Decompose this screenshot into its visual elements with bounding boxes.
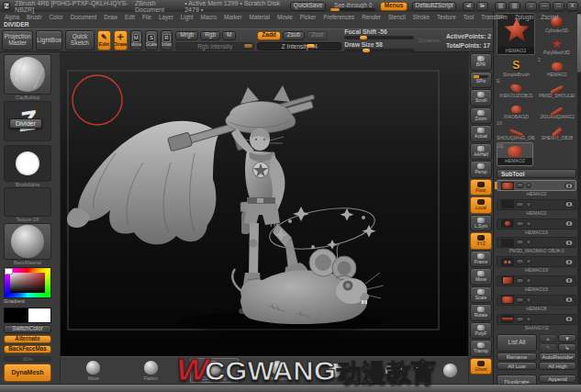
right-shelf-button[interactable]: Transp bbox=[470, 340, 492, 357]
tool-item[interactable]: 19 SHOUQIANG_OB. bbox=[497, 120, 536, 140]
close-icon[interactable]: X bbox=[566, 2, 578, 11]
quick-sketch-button[interactable]: Quick Sketch bbox=[65, 30, 95, 50]
tool-item[interactable]: SHENTI_OBJ8 bbox=[538, 120, 576, 140]
right-shelf-button[interactable]: Scroll bbox=[470, 89, 492, 106]
m-button[interactable]: M bbox=[222, 31, 236, 40]
tool-item[interactable]: 2 HEMAO2 bbox=[538, 57, 576, 77]
lightbox-button[interactable]: LightBox bbox=[36, 30, 62, 50]
subtool-row[interactable]: HEMAO19 bbox=[497, 256, 576, 274]
menu-item[interactable]: Edit bbox=[125, 14, 135, 20]
quicksave-button[interactable]: QuickSave bbox=[290, 2, 326, 11]
mrgb-button[interactable]: Mrgb bbox=[175, 31, 198, 40]
main-color-swatch[interactable] bbox=[4, 308, 28, 323]
polypaint-toggle-icon[interactable] bbox=[516, 317, 524, 322]
menu-item[interactable]: Layer bbox=[159, 14, 173, 20]
right-shelf-button[interactable]: Ghost bbox=[470, 358, 492, 375]
subtool-row[interactable]: HEMAO2 bbox=[497, 180, 576, 198]
uv-toggle-icon[interactable] bbox=[526, 259, 531, 264]
subtool-row[interactable]: SHANGYI2 bbox=[497, 314, 576, 332]
right-shelf-button[interactable]: PolyF bbox=[470, 322, 492, 340]
right-shelf-button[interactable]: Actual bbox=[470, 125, 492, 142]
right-shelf-button[interactable]: Persp bbox=[470, 161, 492, 178]
right-shelf-button[interactable]: L.Sym bbox=[470, 215, 492, 232]
right-shelf-button[interactable]: Rotate bbox=[470, 304, 492, 321]
uv-toggle-icon[interactable] bbox=[526, 317, 531, 322]
all-high-button[interactable]: All High bbox=[539, 362, 576, 370]
menu-item[interactable]: Tool bbox=[464, 14, 475, 20]
subtool-row[interactable]: HEMAO15 bbox=[497, 275, 576, 294]
menus-toggle-button[interactable]: Menus bbox=[380, 2, 408, 11]
uv-toggle-icon[interactable] bbox=[526, 240, 531, 245]
restore-icon[interactable]: □ bbox=[553, 2, 564, 11]
current-alpha-thumbnail[interactable] bbox=[4, 145, 51, 182]
default-zscript-button[interactable]: DefaultZScript bbox=[412, 2, 456, 11]
visibility-eye-icon[interactable] bbox=[564, 316, 574, 322]
lock-icon[interactable]: ⌂ bbox=[525, 2, 537, 11]
scale-mode-button[interactable]: S Scale bbox=[145, 30, 158, 50]
menu-item[interactable]: Macro bbox=[200, 14, 217, 20]
zadd-button[interactable]: Zadd bbox=[257, 31, 281, 40]
brush-shortcut[interactable] bbox=[374, 364, 411, 378]
tool-item[interactable]: E XIEKOUZIOBJ1 bbox=[497, 78, 536, 98]
menu-item[interactable]: Color bbox=[50, 14, 63, 20]
see-through-slider[interactable]: See-through 0 bbox=[330, 2, 375, 11]
brush-shortcut[interactable]: ClayTubes bbox=[260, 361, 296, 381]
menu-item[interactable]: Render bbox=[362, 14, 381, 20]
visibility-eye-icon[interactable] bbox=[564, 297, 574, 303]
brush-shortcut[interactable]: Move bbox=[75, 361, 112, 381]
uv-toggle-icon[interactable] bbox=[526, 297, 531, 303]
move-up-icon[interactable]: ▲ bbox=[539, 334, 557, 342]
polypaint-toggle-icon[interactable] bbox=[516, 278, 524, 284]
move-bottom-icon[interactable]: ↳ bbox=[558, 343, 576, 352]
all-low-button[interactable]: All Low bbox=[497, 362, 537, 370]
document-canvas[interactable] bbox=[61, 52, 468, 356]
minimize-icon[interactable]: — bbox=[539, 2, 551, 11]
menu-item[interactable]: Marker bbox=[224, 14, 242, 20]
z-intensity-slider[interactable]: Z Intensity 44 bbox=[257, 42, 341, 50]
visibility-eye-icon[interactable] bbox=[564, 183, 574, 189]
focal-shift-slider[interactable]: Focal Shift -56 bbox=[344, 28, 414, 39]
menu-item[interactable]: Zscript bbox=[541, 14, 558, 20]
menu-item[interactable]: Alpha bbox=[5, 14, 19, 20]
right-shelf-button[interactable]: Zoom bbox=[470, 107, 492, 125]
autoreorder-button[interactable]: AutoReorder bbox=[539, 353, 576, 361]
script-play-icon[interactable]: ‖▸ bbox=[476, 2, 488, 11]
subtool-section-header[interactable]: SubTool bbox=[497, 169, 576, 178]
right-shelf-button[interactable]: AAHalf bbox=[470, 143, 492, 161]
secondary-color-swatch[interactable] bbox=[28, 308, 51, 323]
backface-mask-button[interactable]: BackFaceMas bbox=[4, 345, 51, 353]
menu-item[interactable]: Movie bbox=[277, 14, 293, 20]
brush-shortcut[interactable] bbox=[317, 364, 353, 378]
visibility-eye-icon[interactable] bbox=[564, 220, 574, 227]
uv-toggle-icon[interactable] bbox=[526, 278, 531, 284]
menu-item[interactable]: Document bbox=[71, 14, 97, 20]
right-shelf-button[interactable]: Floor bbox=[470, 179, 492, 196]
uv-toggle-icon[interactable] bbox=[526, 202, 531, 207]
layout-prev-icon[interactable]: ▥ bbox=[495, 2, 507, 11]
tool-item[interactable]: PM3D_SHOULEI bbox=[538, 78, 576, 98]
sdiv-slider[interactable]: SDiv bbox=[4, 356, 51, 362]
right-shelf-button[interactable]: BPR bbox=[470, 53, 492, 71]
visibility-eye-icon[interactable] bbox=[564, 277, 574, 284]
edit-mode-button[interactable]: ✎ Edit bbox=[97, 30, 111, 50]
tool-item[interactable]: PolyMesh3D bbox=[537, 35, 576, 55]
visibility-eye-icon[interactable] bbox=[564, 240, 574, 246]
zsub-button[interactable]: Zsub bbox=[283, 31, 305, 40]
zcut-button[interactable]: Zcut bbox=[307, 31, 328, 40]
polypaint-toggle-icon[interactable] bbox=[516, 202, 524, 207]
append-button[interactable]: Append bbox=[539, 375, 576, 383]
brush-shortcut[interactable]: Flatten bbox=[133, 361, 170, 381]
switch-color-button[interactable]: SwitchColor bbox=[4, 325, 51, 333]
polypaint-toggle-icon[interactable] bbox=[516, 297, 524, 303]
projection-master-button[interactable]: Projection Master bbox=[2, 30, 33, 50]
right-shelf-button[interactable]: Move bbox=[470, 268, 492, 286]
current-material-thumbnail[interactable] bbox=[4, 223, 51, 260]
rotate-mode-button[interactable]: R Rotate bbox=[161, 30, 173, 50]
script-back-icon[interactable]: ◂‖ bbox=[463, 2, 475, 11]
menu-item[interactable]: Brush bbox=[27, 14, 41, 20]
panel-scrollbar[interactable] bbox=[577, 12, 581, 392]
menu-item[interactable]: Stencil bbox=[388, 14, 406, 20]
menu-item[interactable]: Zplugin bbox=[515, 14, 534, 20]
dynamesh-button[interactable]: DynaMesh bbox=[4, 364, 51, 382]
subtool-row[interactable]: HEMAO2 bbox=[497, 199, 576, 218]
